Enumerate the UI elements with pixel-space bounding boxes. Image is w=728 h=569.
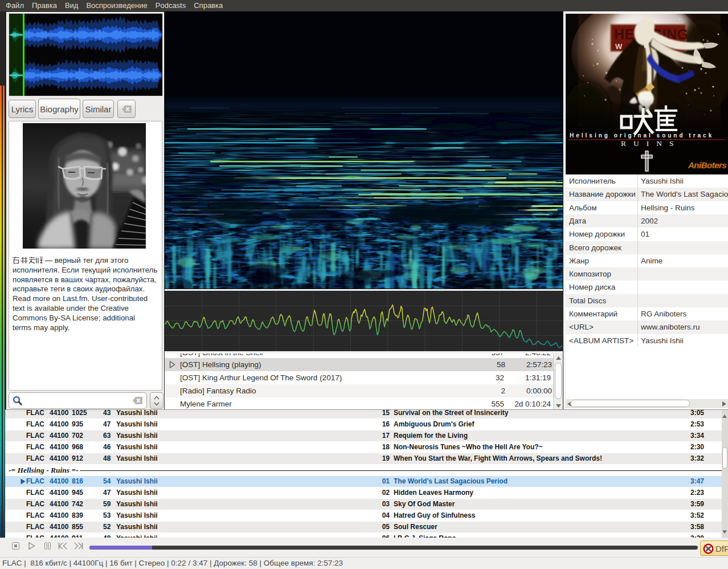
- svg-text:W: W: [615, 42, 623, 51]
- svg-text:AniBoters: AniBoters: [688, 160, 726, 170]
- svg-text:RUINS: RUINS: [621, 139, 681, 148]
- svg-text:Hellsing original sound track: Hellsing original sound track: [570, 132, 714, 139]
